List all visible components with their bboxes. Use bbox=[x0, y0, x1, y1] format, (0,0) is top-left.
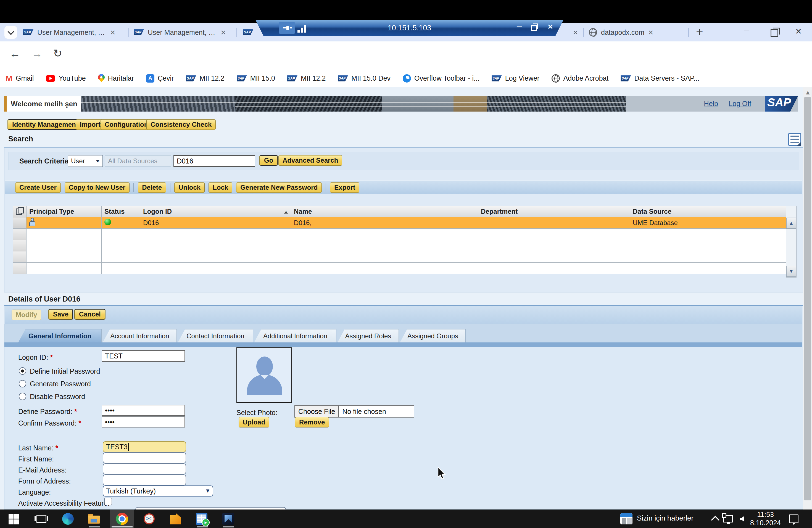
nav-import[interactable]: Import bbox=[76, 119, 105, 130]
choose-file-button[interactable]: Choose File bbox=[295, 406, 339, 417]
logon-id-input[interactable]: TEST bbox=[102, 350, 185, 362]
overlay-minimize-button[interactable]: – bbox=[517, 20, 522, 31]
col-name[interactable]: Name bbox=[291, 206, 478, 217]
window-close-button[interactable]: × bbox=[795, 25, 801, 37]
copy-to-new-user-button[interactable]: Copy to New User bbox=[64, 182, 130, 193]
result-row-selected[interactable]: D016 D016, UME Database bbox=[13, 217, 786, 229]
forward-button[interactable]: → bbox=[31, 47, 43, 60]
task-view-button[interactable] bbox=[35, 512, 48, 526]
bookmark-translate[interactable]: AÇevir bbox=[146, 74, 174, 83]
reload-button[interactable]: ↻ bbox=[53, 47, 62, 60]
last-name-input[interactable]: TEST3 bbox=[103, 441, 186, 452]
row-selector[interactable] bbox=[13, 217, 27, 229]
tab-account-information[interactable]: Account Information bbox=[103, 329, 177, 342]
remote-viewer-toolbar[interactable]: 10.151.5.103 – × bbox=[256, 20, 563, 36]
radio-define-initial-password[interactable] bbox=[19, 367, 26, 375]
personalize-icon[interactable] bbox=[788, 133, 801, 146]
radio-disable-password[interactable] bbox=[19, 393, 26, 400]
create-user-button[interactable]: Create User bbox=[15, 182, 61, 193]
tab-search-button[interactable] bbox=[4, 26, 17, 39]
search-type-select[interactable]: User bbox=[68, 155, 103, 167]
dark-app-button[interactable] bbox=[221, 512, 235, 526]
bookmark-acrobat[interactable]: Adobe Acrobat bbox=[552, 74, 608, 83]
window-restore-button[interactable] bbox=[771, 29, 778, 37]
bookmark-gmail[interactable]: MGmail bbox=[5, 74, 34, 83]
nav-consistency-check[interactable]: Consistency Check bbox=[146, 119, 216, 130]
edge-button[interactable] bbox=[61, 512, 75, 526]
tab-close-icon[interactable] bbox=[221, 28, 226, 37]
delete-button[interactable]: Delete bbox=[138, 182, 166, 193]
nav-configuration[interactable]: Configuration bbox=[101, 119, 152, 130]
chrome-button[interactable] bbox=[115, 512, 129, 526]
bookmark-youtube[interactable]: YouTube bbox=[46, 74, 86, 82]
form-of-address-input[interactable] bbox=[103, 474, 186, 485]
file-explorer-button[interactable] bbox=[87, 512, 101, 526]
bookmark-mii150dev[interactable]: SAPMII 15.0 Dev bbox=[338, 74, 391, 82]
scrollbar-thumb[interactable] bbox=[804, 97, 811, 500]
new-tab-button[interactable]: + bbox=[696, 25, 703, 39]
language-select[interactable]: Turkish (Turkey) bbox=[103, 485, 213, 497]
back-button[interactable]: ← bbox=[10, 47, 20, 60]
bookmark-dataservers[interactable]: SAPData Servers - SAP... bbox=[621, 74, 699, 82]
first-name-input[interactable] bbox=[103, 452, 186, 464]
chrome-active-tile[interactable] bbox=[110, 510, 134, 528]
save-button[interactable]: Save bbox=[48, 309, 73, 320]
select-all-cell[interactable] bbox=[13, 206, 27, 217]
tab-close-icon[interactable] bbox=[573, 28, 578, 37]
window-minimize-button[interactable]: – bbox=[744, 24, 749, 34]
scroll-up-icon[interactable]: ▲ bbox=[805, 89, 811, 96]
accessibility-checkbox[interactable] bbox=[104, 498, 112, 505]
overlay-restore-button[interactable] bbox=[531, 25, 537, 31]
browser-tab-2[interactable]: SAP User Management, SAP bbox=[130, 25, 243, 40]
lock-button[interactable]: Lock bbox=[208, 182, 232, 193]
col-status[interactable]: Status bbox=[102, 206, 140, 217]
action-center-button[interactable] bbox=[787, 512, 800, 526]
export-button[interactable]: Export bbox=[330, 182, 359, 193]
email-input[interactable] bbox=[103, 464, 186, 474]
browser-tab-5[interactable]: datapodx.com bbox=[585, 25, 695, 40]
col-data-source[interactable]: Data Source bbox=[630, 206, 786, 217]
page-scrollbar[interactable]: ▲ bbox=[803, 87, 812, 510]
advanced-search-button[interactable]: Advanced Search bbox=[278, 155, 342, 166]
table-scrollbar[interactable]: ▲ ▼ bbox=[786, 206, 797, 278]
nav-identity-management[interactable]: Identity Management bbox=[8, 119, 83, 130]
bookmark-mii122b[interactable]: SAPMII 12.2 bbox=[287, 74, 325, 82]
bookmark-overflow[interactable]: Overflow Toolbar - i... bbox=[403, 74, 479, 83]
bookmark-maps[interactable]: Haritalar bbox=[98, 74, 134, 83]
bookmark-mii150[interactable]: SAPMII 15.0 bbox=[237, 74, 275, 82]
taskbar-clock[interactable]: 11:53 8.10.2024 bbox=[750, 510, 781, 527]
upload-button[interactable]: Upload bbox=[238, 417, 269, 427]
radio-generate-password[interactable] bbox=[19, 380, 26, 387]
logoff-link[interactable]: Log Off bbox=[729, 100, 751, 108]
help-link[interactable]: Help bbox=[704, 100, 718, 108]
browser-tab-1[interactable]: SAP User Management, SAP bbox=[19, 25, 135, 40]
scroll-down-icon[interactable]: ▼ bbox=[786, 266, 796, 277]
scroll-up-icon[interactable]: ▲ bbox=[786, 218, 796, 229]
tab-assigned-groups[interactable]: Assigned Groups bbox=[400, 329, 466, 342]
start-button[interactable] bbox=[7, 512, 20, 526]
unlock-button[interactable]: Unlock bbox=[174, 182, 205, 193]
tab-general-information[interactable]: General Information bbox=[18, 329, 102, 342]
tab-contact-information[interactable]: Contact Information bbox=[178, 329, 253, 342]
go-button[interactable]: Go bbox=[260, 155, 278, 166]
tab-close-icon[interactable] bbox=[110, 28, 115, 37]
bookmark-logviewer[interactable]: SAPLog Viewer bbox=[492, 74, 540, 82]
network-tray-button[interactable] bbox=[721, 512, 735, 526]
col-logon-id[interactable]: Logon ID bbox=[140, 206, 291, 217]
search-query-input[interactable]: D016 bbox=[173, 155, 255, 167]
define-password-input[interactable]: •••• bbox=[102, 405, 185, 416]
col-principal-type[interactable]: Principal Type bbox=[27, 206, 102, 217]
bookmark-mii122[interactable]: SAPMII 12.2 bbox=[186, 74, 224, 82]
tab-assigned-roles[interactable]: Assigned Roles bbox=[337, 329, 399, 342]
news-widget-label[interactable]: Sizin için haberler bbox=[637, 514, 694, 523]
orange-app-button[interactable] bbox=[169, 512, 182, 526]
sql-app-button[interactable] bbox=[195, 512, 208, 526]
tab-close-icon[interactable] bbox=[648, 28, 653, 37]
remove-button[interactable]: Remove bbox=[295, 417, 329, 427]
snipping-tool-button[interactable] bbox=[143, 512, 156, 526]
cancel-button[interactable]: Cancel bbox=[75, 309, 105, 320]
col-department[interactable]: Department bbox=[478, 206, 630, 217]
confirm-password-input[interactable]: •••• bbox=[102, 416, 185, 427]
overlay-close-button[interactable]: × bbox=[548, 21, 553, 32]
news-widget-button[interactable] bbox=[620, 512, 633, 526]
